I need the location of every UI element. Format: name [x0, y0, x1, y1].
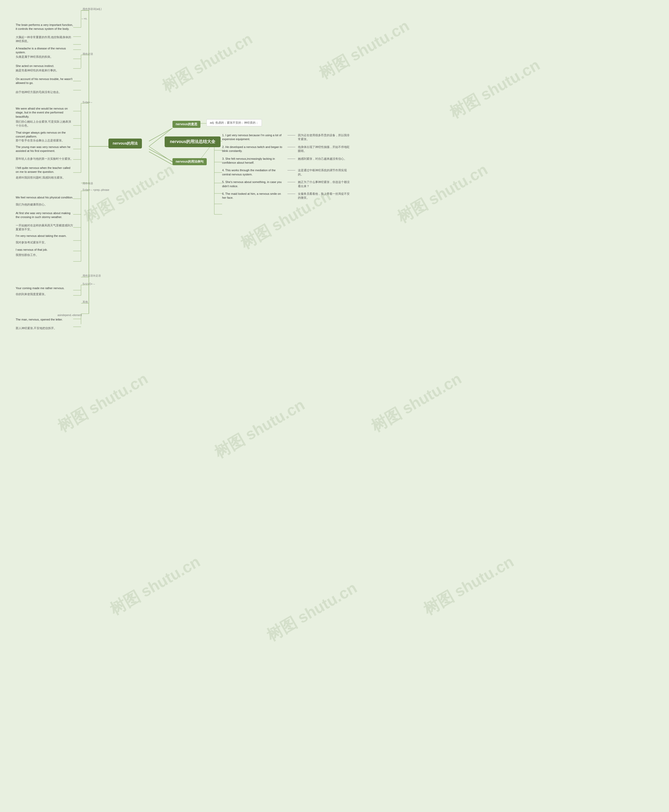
svg-line-1	[149, 147, 173, 162]
example-row-6: 6. The maid looked at him, a nervous smi…	[222, 192, 350, 200]
cn-text-6: 那个歌手在音乐会舞台上总是很紧张。	[16, 138, 64, 143]
example-1-cn: 因为证在使用很多昂贵的设备，所以我非常紧张。	[298, 133, 350, 142]
en-text-2: A headache is a disease of the nervous s…	[16, 47, 73, 55]
watermark-10: 树图 shutu.cn	[106, 551, 204, 620]
label-qita: 其他	[82, 300, 88, 304]
example-row-2: 2. He developed a nervous twitch and beg…	[222, 145, 350, 153]
central-node: nervous的用法	[108, 138, 142, 148]
example-5-line	[287, 182, 295, 182]
en-text-13: Your coming made me rather nervous.	[16, 286, 64, 290]
cn-text-1: 大脑起一种非常重要的作用,他控制着身体的神经系统。	[16, 35, 73, 44]
example-3-cn: 她感到紧张，对自己越来越没有信心。	[298, 157, 347, 161]
example-row-3: 3. She felt nervous,increasingly lacking…	[222, 157, 350, 165]
mind-map-container: 树图 shutu.cn 树图 shutu.cn 树图 shutu.cn 树图 s…	[0, 0, 669, 812]
example-6-line	[287, 194, 295, 194]
cn-text-5: 我们担心她站上台会紧张,可是实际上她表演十分出色。	[16, 120, 73, 128]
watermark-9: 树图 shutu.cn	[367, 368, 466, 437]
example-6-en: 6. The maid looked at him, a nervous smi…	[222, 192, 285, 200]
example-6-cn: 女服务员看着他，脸上带着一丝局促不安的微笑。	[298, 192, 350, 200]
watermark-1: 树图 shutu.cn	[158, 29, 256, 97]
meaning-branch-node: nervous的意思	[173, 121, 200, 128]
svg-line-47	[149, 149, 173, 162]
cn-text-8: 老师叫我回答问题时,我感到相当紧张。	[16, 176, 66, 180]
en-text-14: The man, nervous, opened the letter.	[16, 318, 63, 322]
example-3-en: 3. She felt nervous,increasingly lacking…	[222, 157, 285, 165]
en-text-5: We were afraid she would be nervous on s…	[16, 107, 73, 119]
en-text-10: At first she was very nervous about maki…	[16, 211, 73, 219]
examples-branch-node: nervous的用法例句	[173, 158, 207, 165]
en-text-11: I'm very nervous about taking the exam.	[16, 234, 67, 238]
cn-text-3: 她是凭着神经性的本能来行事的。	[16, 69, 59, 72]
watermark-8: 树图 shutu.cn	[211, 394, 309, 463]
title-text: nervous的用法总结大全	[165, 136, 220, 147]
example-5-en: 5. She's nervous about something, in cas…	[222, 180, 285, 188]
examples-branch-label: nervous的用法例句	[173, 158, 207, 165]
watermark-3: 树图 shutu.cn	[446, 55, 544, 123]
watermark-4: 树图 shutu.cn	[80, 159, 178, 228]
en-text-12: I was nervous of that job.	[16, 248, 47, 252]
en-text-3: She acted on nervous instinct.	[16, 64, 54, 68]
label-s-be: S+be+～	[82, 101, 93, 104]
svg-line-45	[149, 152, 173, 165]
en-text-1: The brain performs a very important func…	[16, 23, 73, 31]
example-row-4: 4. This works through the mediation of t…	[222, 168, 350, 177]
cn-text-12: 我害怕那份工作。	[16, 253, 39, 257]
label-xingrongci: 用作形容词(adj.)	[82, 7, 102, 11]
en-text-4: On account of his nervous trouble, he wa…	[16, 77, 73, 85]
watermark-7: 树图 shutu.cn	[54, 368, 152, 437]
watermark-6: 树图 shutu.cn	[393, 159, 492, 228]
example-4-en: 4. This works through the mediation of t…	[222, 168, 285, 177]
cn-text-13: 你的到来使我度度紧张。	[16, 292, 47, 296]
cn-text-7: 那年轻人在参与他的第一次实验时十分紧张。	[16, 157, 73, 161]
cn-text-4: 由于他神经方面的毛病没有让他去。	[16, 90, 62, 94]
examples-panel: 1. I get very nervous because I'm using …	[222, 133, 350, 204]
example-1-en: 1. I get very nervous because I'm using …	[222, 133, 285, 142]
label-s-be-prep: S+be+～+prep.-phrase	[82, 188, 109, 192]
example-4-line	[287, 170, 295, 170]
label-dingyu: 用作定语	[82, 52, 93, 56]
cn-text-9: 我们为他的健康而担心。	[16, 202, 47, 207]
en-text-6: That singer always gets nervous on the c…	[16, 131, 73, 139]
cn-text-2: 头痛是属于神经系统的疾病。	[16, 55, 53, 59]
example-row-1: 1. I get very nervous because I'm using …	[222, 133, 350, 142]
central-node-wrapper: nervous的用法	[108, 138, 142, 148]
label-asindepend: asindepend.-element	[57, 314, 82, 317]
cn-text-11: 我对参加考试紧张不安。	[16, 241, 47, 244]
example-row-5: 5. She's nervous about something, in cas…	[222, 180, 350, 188]
watermark-12: 树图 shutu.cn	[420, 551, 518, 620]
watermark-2: 树图 shutu.cn	[315, 15, 413, 84]
meaning-branch-label: nervous的意思	[173, 121, 200, 128]
cn-text-10: 一开始她对在这样的暴风雨天气里横渡感到方案紧张不安。	[16, 224, 73, 232]
example-2-cn: 他身体出现了神经性抽搐，开始不停地眨眼睛。	[298, 145, 350, 153]
label-binyubuzuyu: 用作宾语补足语	[82, 274, 101, 278]
example-4-cn: 这是通过中枢神经系统的调节作用实现的。	[298, 168, 350, 177]
connector-lines	[0, 0, 669, 812]
cn-text-14: 那人神经紧张,不安地把信拆开。	[16, 326, 57, 330]
right-lines	[0, 0, 669, 812]
en-text-8: I felt quite nervous when the teacher ca…	[16, 166, 73, 174]
meaning-value-box: adj. 焦虑的；紧张不安的；神经质的；	[207, 119, 262, 126]
example-2-en: 2. He developed a nervous twitch and beg…	[222, 145, 285, 153]
title-box: nervous的用法总结大全	[165, 136, 220, 147]
label-biaoyu: 用作表语	[82, 182, 93, 185]
en-text-7: The young man was very nervous when he a…	[16, 145, 73, 153]
en-text-9: We feel nervous about his physical condi…	[16, 195, 73, 199]
label-s-v-o: S+V+O+～	[82, 282, 96, 286]
watermark-11: 树图 shutu.cn	[263, 578, 361, 646]
example-2-line	[287, 147, 295, 147]
label-plus-n: ～+n.	[81, 17, 87, 21]
example-5-cn: 她正为了什么事神经紧张，你连这个都没看出来？	[298, 180, 350, 188]
